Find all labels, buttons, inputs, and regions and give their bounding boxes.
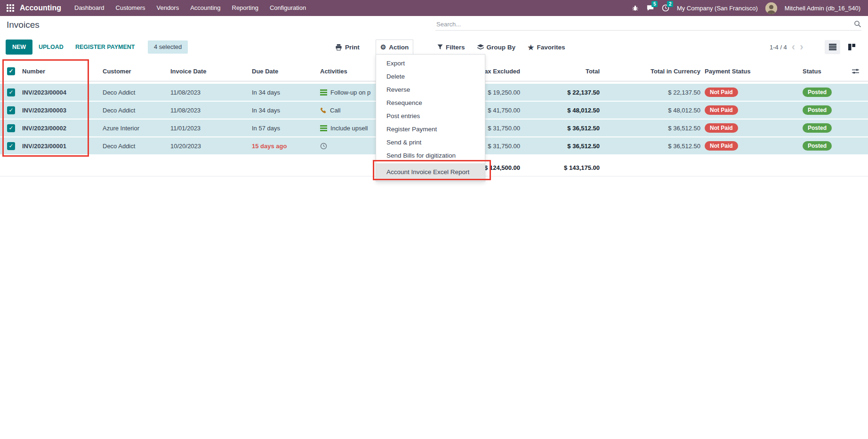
- header-due-date[interactable]: Due Date: [252, 68, 320, 75]
- total-sum: $ 143,175.00: [520, 164, 600, 171]
- row-checkbox[interactable]: ✓: [7, 124, 15, 132]
- menu-configuration[interactable]: Configuration: [264, 0, 312, 16]
- cell-customer: Deco Addict: [103, 143, 170, 150]
- action-button[interactable]: ⚙ Action: [376, 40, 413, 55]
- pager-next-icon[interactable]: ›: [800, 41, 803, 53]
- star-icon: ★: [528, 44, 534, 51]
- app-name[interactable]: Accounting: [20, 4, 61, 12]
- header-number[interactable]: Number: [22, 68, 103, 75]
- search-icon[interactable]: [854, 20, 861, 28]
- header-invoice-date[interactable]: Invoice Date: [170, 68, 252, 75]
- header-total[interactable]: Total: [520, 68, 600, 75]
- messages-icon[interactable]: 5: [646, 4, 654, 12]
- cell-total: $ 36,512.50: [520, 143, 600, 150]
- menu-item-send-bills[interactable]: Send Bills for digitization: [376, 149, 485, 162]
- debug-bug-icon[interactable]: [632, 5, 639, 12]
- gear-icon: ⚙: [380, 44, 386, 50]
- activity-phone-icon: [320, 107, 327, 113]
- cell-total-in-currency: $ 48,012.50: [600, 107, 700, 114]
- cell-due-date: In 34 days: [252, 107, 320, 114]
- cell-invoice-date: 10/20/2023: [170, 143, 252, 150]
- header-payment-status[interactable]: Payment Status: [700, 68, 798, 75]
- activities-count-badge: 2: [667, 1, 674, 7]
- header-status[interactable]: Status: [798, 68, 843, 75]
- menu-reporting[interactable]: Reporting: [226, 0, 264, 16]
- cell-total-in-currency: $ 36,512.50: [600, 125, 700, 132]
- payment-status-badge: Not Paid: [705, 105, 738, 115]
- status-badge: Posted: [803, 105, 832, 115]
- filters-button[interactable]: Filters: [437, 44, 465, 51]
- select-all-checkbox[interactable]: ✓: [7, 67, 15, 75]
- cell-total: $ 36,512.50: [520, 125, 600, 132]
- status-badge: Posted: [803, 88, 832, 97]
- pager-previous-icon[interactable]: ‹: [792, 41, 795, 53]
- menu-item-reverse[interactable]: Reverse: [376, 83, 485, 96]
- menu-customers[interactable]: Customers: [110, 0, 151, 16]
- column-settings-icon[interactable]: [852, 68, 860, 75]
- apps-grid-icon[interactable]: [7, 4, 14, 12]
- menu-item-register-payment[interactable]: Register Payment: [376, 123, 485, 136]
- menu-vendors[interactable]: Vendors: [151, 0, 185, 16]
- new-button[interactable]: NEW: [6, 40, 32, 55]
- menu-item-delete[interactable]: Delete: [376, 70, 485, 83]
- user-menu[interactable]: Mitchell Admin (db_16_540): [785, 5, 860, 12]
- print-button[interactable]: Print: [335, 40, 360, 55]
- cell-number: INV/2023/00001: [22, 143, 103, 150]
- action-label: Action: [389, 44, 409, 51]
- activities-clock-icon[interactable]: 2: [662, 4, 669, 12]
- upload-button[interactable]: UPLOAD: [39, 40, 64, 55]
- search-bar[interactable]: [435, 18, 861, 31]
- cell-total: $ 48,012.50: [520, 107, 600, 114]
- group-by-button[interactable]: Group By: [477, 44, 516, 51]
- activity-clock-icon: [320, 143, 327, 150]
- search-input[interactable]: [435, 20, 854, 28]
- payment-status-badge: Not Paid: [705, 123, 738, 133]
- cell-customer: Deco Addict: [103, 107, 170, 114]
- activity-list-icon: [320, 125, 327, 131]
- menu-item-send-print[interactable]: Send & print: [376, 136, 485, 149]
- layers-icon: [477, 44, 484, 50]
- status-badge: Posted: [803, 141, 832, 151]
- top-navbar: Accounting Dashboard Customers Vendors A…: [0, 0, 868, 16]
- favorites-button[interactable]: ★ Favorites: [528, 44, 565, 51]
- company-switcher[interactable]: My Company (San Francisco): [677, 5, 758, 12]
- select-all-cell: ✓: [0, 67, 22, 75]
- row-checkbox[interactable]: ✓: [7, 88, 15, 96]
- search-options-bar: Filters Group By ★ Favorites: [437, 40, 565, 55]
- list-view-button[interactable]: [825, 40, 840, 54]
- filter-funnel-icon: [437, 44, 443, 50]
- cell-number: INV/2023/00004: [22, 89, 103, 96]
- menu-accounting[interactable]: Accounting: [185, 0, 226, 16]
- payment-status-badge: Not Paid: [705, 88, 738, 97]
- cell-due-date: In 57 days: [252, 125, 320, 132]
- cell-invoice-date: 11/08/2023: [170, 107, 252, 114]
- row-checkbox[interactable]: ✓: [7, 106, 15, 114]
- menu-item-account-invoice-excel-report[interactable]: Account Invoice Excel Report: [376, 163, 485, 181]
- cell-total-in-currency: $ 22,137.50: [600, 89, 700, 96]
- menu-item-post-entries[interactable]: Post entries: [376, 110, 485, 123]
- activity-label: Call: [330, 107, 340, 114]
- page-title: Invoices: [7, 20, 40, 30]
- cell-customer: Azure Interior: [103, 125, 170, 132]
- printer-icon: [335, 44, 342, 51]
- row-checkbox[interactable]: ✓: [7, 142, 15, 150]
- header-customer[interactable]: Customer: [103, 68, 170, 75]
- status-badge: Posted: [803, 123, 832, 133]
- kanban-view-button[interactable]: [844, 40, 860, 54]
- cell-total-in-currency: $ 36,512.50: [600, 143, 700, 150]
- column-settings-cell: [843, 68, 868, 75]
- avatar[interactable]: [765, 2, 777, 14]
- filters-label: Filters: [446, 44, 465, 51]
- action-dropdown: Export Delete Reverse Resequence Post en…: [376, 54, 485, 182]
- cell-number: INV/2023/00003: [22, 107, 103, 114]
- menu-item-export[interactable]: Export: [376, 57, 485, 70]
- menu-item-resequence[interactable]: Resequence: [376, 96, 485, 110]
- menu-dashboard[interactable]: Dashboard: [69, 0, 110, 16]
- header-total-in-currency[interactable]: Total in Currency: [600, 68, 700, 75]
- cell-due-date-overdue: 15 days ago: [252, 143, 320, 150]
- selected-count-chip: 4 selected: [148, 40, 188, 54]
- activity-label: Include upsell: [330, 125, 368, 132]
- print-label: Print: [345, 44, 360, 51]
- register-payment-button[interactable]: REGISTER PAYMENT: [75, 40, 135, 55]
- cell-due-date: In 34 days: [252, 89, 320, 96]
